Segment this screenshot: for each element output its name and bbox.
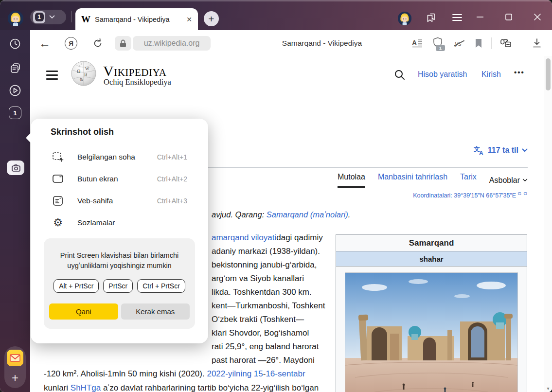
coordinates-sup: G O: [518, 191, 528, 196]
svg-text:饭: 饭: [79, 77, 84, 82]
page-scrollbar[interactable]: ▾: [544, 56, 552, 392]
notes-button[interactable]: [8, 61, 22, 75]
toolbar-page-title: Samarqand - Vikipediya: [215, 36, 429, 51]
hatnote-text2: .: [348, 210, 351, 219]
hatnote: avjud. Qarang: Samarqand (maʼnolari).: [212, 210, 350, 219]
wiki-link[interactable]: ShHTga: [71, 383, 101, 392]
mail-envelope-icon: [10, 354, 20, 362]
wiki-menu-button[interactable]: [46, 71, 58, 80]
create-account-link[interactable]: Hisob yaratish: [418, 70, 467, 79]
menu-item-selected-area[interactable]: Belgilangan soha Ctrl+Alt+1: [31, 146, 208, 168]
text-line: bekistonning janubi-gʻarbida,: [212, 258, 325, 272]
registan-photo[interactable]: [345, 272, 518, 392]
dismiss-button[interactable]: Kerak emas: [121, 303, 190, 320]
turbo-disabled-button[interactable]: ys: [450, 36, 466, 51]
tab-count-button[interactable]: 1: [9, 107, 21, 119]
tab-history[interactable]: Tarix: [460, 173, 477, 188]
back-button[interactable]: ←: [37, 36, 53, 51]
history-button[interactable]: [8, 37, 22, 51]
coordinates-text: Koordinatalari: 39°39′15″N 66°57′35″E: [413, 192, 516, 199]
wiki-link[interactable]: amarqand viloyati: [212, 233, 276, 242]
menu-item-full-screen[interactable]: Butun ekran Ctrl+Alt+2: [31, 168, 208, 190]
hint-text: Print Screen klavishasi bilan birlamchi …: [44, 250, 195, 271]
tab-title: Samarqand - Vikipediya: [95, 16, 183, 23]
key-icon: [499, 38, 512, 49]
wiki-search-button[interactable]: [394, 69, 407, 82]
menu-item-shortcut: Ctrl+Alt+2: [157, 175, 187, 183]
wiki-link[interactable]: 2022-yilning 15: [207, 369, 263, 378]
text-line: adaniy markazi (1938-yildan).: [212, 245, 325, 258]
text-line: -120 km². Aholisi-1mln 50 ming kishi (20…: [44, 367, 319, 381]
close-icon: [534, 14, 541, 20]
translate-button[interactable]: A: [410, 36, 425, 51]
active-tab[interactable]: W Samarqand - Vikipediya ✕: [75, 8, 198, 30]
printscreen-hint-box: Print Screen klavishasi bilan birlamchi …: [44, 238, 195, 329]
wiki-tagline: Ochiq Ensiklopediya: [104, 77, 171, 87]
yandex-mail-button[interactable]: [7, 350, 23, 366]
window-minimize-button[interactable]: [473, 10, 487, 24]
site-security-button[interactable]: [115, 36, 131, 51]
password-manager-button[interactable]: [498, 36, 514, 51]
wiki-wordmark[interactable]: Vikipediya: [103, 64, 167, 78]
yandex-search-button[interactable]: Я: [63, 36, 79, 51]
menu-item-shortcut: Ctrl+Alt+3: [157, 197, 187, 205]
wikipedia-logo[interactable]: Ω W И 饭: [71, 60, 97, 89]
infobox-subtitle: shahar: [336, 251, 527, 267]
language-count: 117 ta til: [488, 146, 518, 155]
toolbar-divider: [491, 37, 492, 49]
url-text: uz.wikipedia.org: [144, 39, 200, 48]
refresh-button[interactable]: [90, 36, 106, 51]
wiki-more-button[interactable]: •••: [514, 68, 525, 76]
chevron-down-icon: [49, 15, 55, 19]
collections-icon: [424, 12, 436, 23]
tab-group-control[interactable]: 1: [30, 10, 66, 24]
tab-tools[interactable]: Asboblar: [489, 173, 528, 188]
profile-avatar[interactable]: [8, 11, 23, 26]
profile-avatar-small[interactable]: [398, 12, 411, 25]
key-chip: Alt + PrtScr: [53, 279, 99, 293]
minimize-icon: [477, 16, 483, 18]
text-line: klari Shovdor, Bogʻishamol: [212, 326, 325, 340]
media-play-button[interactable]: [8, 84, 22, 97]
login-link[interactable]: Kirish: [481, 70, 501, 79]
text-line: past harorat —26°. Maydoni: [212, 354, 325, 367]
ad-blocker-button[interactable]: 1: [430, 36, 445, 51]
shortcut-keys: Alt + PrtScr PrtScr Ctrl + PrtScr: [44, 279, 195, 293]
maximize-icon: [505, 14, 512, 20]
collections-button[interactable]: [423, 11, 437, 24]
yandex-logo-icon: Я: [65, 37, 77, 50]
tab-tools-label: Asboblar: [489, 176, 520, 185]
scrollbar-down-arrow[interactable]: ▾: [544, 386, 552, 391]
wiki-link[interactable]: 16-sentabr: [266, 369, 305, 378]
new-tab-button[interactable]: +: [204, 11, 219, 26]
downloads-button[interactable]: [529, 36, 545, 51]
enable-button[interactable]: Qani: [49, 303, 118, 320]
tab-read[interactable]: Mutolaa: [338, 173, 365, 188]
browser-menu-button[interactable]: [450, 11, 464, 24]
svg-text:И: И: [84, 72, 88, 77]
menu-item-web-page[interactable]: Veb-sahifa Ctrl+Alt+3: [31, 190, 208, 212]
screenshot-popup: Skrinshot olish Belgilangan soha Ctrl+Al…: [31, 119, 208, 343]
avatar-icon: [398, 12, 411, 25]
screenshot-tool-button[interactable]: [7, 160, 24, 175]
widget-add-button[interactable]: +: [4, 370, 26, 386]
bookmark-button[interactable]: [471, 36, 486, 51]
text-line: rati 25,9°, eng baland harorat: [212, 340, 325, 354]
avatar-icon: [8, 11, 23, 26]
scrollbar-thumb[interactable]: [546, 58, 551, 90]
window-close-button[interactable]: [530, 10, 545, 24]
topbar-highlight: [0, 0, 552, 1]
address-bar[interactable]: uz.wikipedia.org: [133, 36, 211, 51]
tab-close-icon[interactable]: ✕: [186, 16, 192, 23]
hatnote-link[interactable]: Samarqand (maʼnolari): [267, 210, 348, 219]
svg-text:Ω: Ω: [77, 69, 80, 74]
tab-edit-source[interactable]: Manbasini tahrirlash: [378, 173, 447, 188]
lock-icon: [120, 39, 126, 48]
menu-item-settings[interactable]: ⚙ Sozlamalar: [31, 212, 208, 233]
translate-icon: A: [412, 38, 423, 48]
topbar-divider: [71, 11, 71, 22]
article-paragraph: amarqand viloyatidagi qadimiy adaniy mar…: [212, 231, 325, 367]
window-maximize-button[interactable]: [501, 10, 516, 24]
svg-text:W: W: [85, 66, 89, 71]
wikipedia-globe-icon: Ω W И 饭: [71, 60, 97, 87]
